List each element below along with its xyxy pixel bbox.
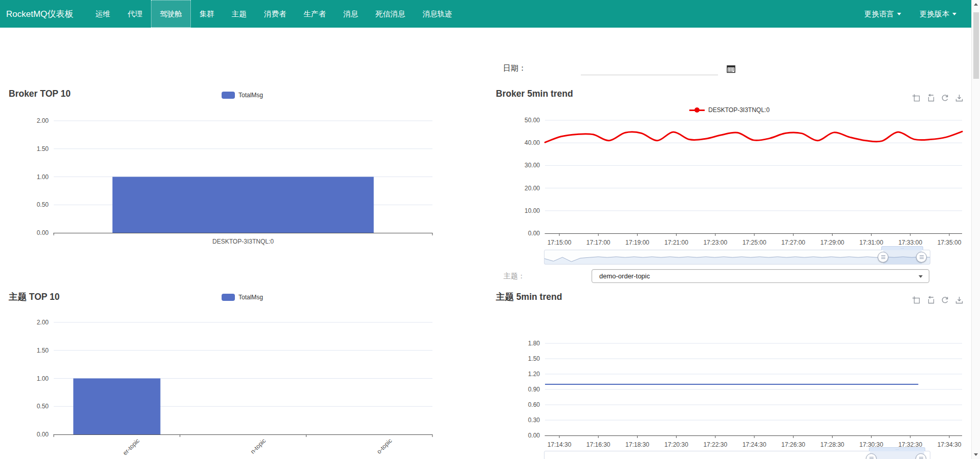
- nav-item-message[interactable]: 消息: [335, 0, 367, 28]
- svg-text:2.00: 2.00: [37, 319, 49, 326]
- svg-text:0.90: 0.90: [528, 386, 540, 393]
- datazoom-slider-topic[interactable]: ⋯: [544, 451, 930, 459]
- datazoom-window-tab[interactable]: ⋯: [869, 447, 925, 451]
- svg-text:17:33:00: 17:33:00: [898, 239, 922, 246]
- toolbox-broker-trend: [912, 94, 964, 102]
- scrollbar-thumb[interactable]: [973, 12, 979, 79]
- svg-text:17:14:30: 17:14:30: [548, 441, 572, 448]
- panel-title-topic-trend: 主题 5min trend: [496, 291, 562, 303]
- date-input[interactable]: [581, 63, 718, 75]
- download-icon[interactable]: [955, 94, 964, 102]
- panel-title-topic-top10: 主题 TOP 10: [9, 291, 60, 303]
- svg-text:17:35:00: 17:35:00: [938, 239, 962, 246]
- svg-text:17:28:30: 17:28:30: [820, 441, 844, 448]
- legend-broker-series[interactable]: DESKTOP-3I3TNQL:0: [689, 106, 770, 114]
- svg-text:DESKTOP-3I3TNQL:0: DESKTOP-3I3TNQL:0: [212, 238, 274, 245]
- area-zoom-icon[interactable]: [912, 94, 921, 102]
- calendar-icon[interactable]: [727, 64, 735, 75]
- svg-text:0.00: 0.00: [37, 229, 49, 236]
- svg-text:17:17:00: 17:17:00: [586, 239, 611, 246]
- svg-text:1.00: 1.00: [37, 375, 49, 382]
- scroll-down-icon[interactable]: [974, 453, 978, 456]
- svg-text:17:15:00: 17:15:00: [548, 239, 572, 246]
- app-brand[interactable]: RocketMQ仪表板: [6, 8, 73, 20]
- nav-item-producer[interactable]: 生产者: [295, 0, 335, 28]
- svg-text:n-topic: n-topic: [249, 437, 267, 455]
- topic-selected-value: demo-order-topic: [599, 272, 650, 280]
- nav-item-topic[interactable]: 主题: [223, 0, 255, 28]
- legend-label: TotalMsg: [238, 92, 263, 99]
- legend-label: DESKTOP-3I3TNQL:0: [708, 106, 770, 114]
- restore-zoom-icon[interactable]: [926, 296, 935, 304]
- nav-item-consumer[interactable]: 消费者: [255, 0, 295, 28]
- refresh-icon[interactable]: [941, 94, 949, 102]
- caret-down-icon: [897, 13, 901, 15]
- svg-text:0.50: 0.50: [37, 403, 49, 410]
- scroll-up-icon[interactable]: [974, 3, 978, 6]
- legend-totalmsg-broker[interactable]: TotalMsg: [222, 92, 263, 99]
- scrollbar[interactable]: [971, 0, 980, 459]
- refresh-icon[interactable]: [941, 296, 949, 304]
- svg-text:17:26:30: 17:26:30: [781, 441, 805, 448]
- svg-text:1.50: 1.50: [528, 355, 540, 362]
- toolbox-topic-trend: [912, 296, 964, 304]
- svg-text:30.00: 30.00: [525, 162, 540, 169]
- svg-text:1.80: 1.80: [528, 340, 540, 347]
- legend-totalmsg-topic[interactable]: TotalMsg: [222, 294, 263, 301]
- nav-item-message-trace[interactable]: 消息轨迹: [414, 0, 461, 28]
- area-zoom-icon[interactable]: [912, 296, 921, 304]
- svg-text:o-topic: o-topic: [375, 437, 393, 455]
- panel-title-broker-top10: Broker TOP 10: [9, 89, 71, 99]
- bar: [73, 379, 160, 435]
- nav-item-proxy[interactable]: 代理: [119, 0, 151, 28]
- svg-text:0.00: 0.00: [37, 431, 49, 438]
- bar: [113, 177, 374, 233]
- svg-text:17:18:30: 17:18:30: [625, 441, 649, 448]
- svg-text:17:16:30: 17:16:30: [586, 441, 611, 448]
- nav-item-dlq-message[interactable]: 死信消息: [367, 0, 414, 28]
- download-icon[interactable]: [955, 296, 964, 304]
- caret-down-icon: [919, 275, 923, 278]
- svg-text:0.60: 0.60: [528, 401, 540, 408]
- svg-text:0.30: 0.30: [528, 417, 540, 424]
- svg-text:17:20:30: 17:20:30: [664, 441, 688, 448]
- svg-text:1.50: 1.50: [37, 347, 49, 354]
- change-version-dropdown[interactable]: 更换版本: [920, 9, 956, 19]
- svg-text:1.20: 1.20: [528, 370, 540, 378]
- svg-text:17:24:30: 17:24:30: [743, 441, 767, 448]
- svg-text:1.50: 1.50: [37, 145, 49, 152]
- svg-text:2.00: 2.00: [37, 117, 49, 124]
- datazoom-left-handle[interactable]: [878, 252, 888, 263]
- svg-text:0.00: 0.00: [528, 432, 540, 439]
- svg-text:17:23:00: 17:23:00: [703, 239, 727, 246]
- svg-text:17:34:30: 17:34:30: [938, 441, 962, 448]
- svg-text:0.50: 0.50: [37, 201, 49, 208]
- svg-text:er-topic: er-topic: [121, 437, 141, 456]
- navbar: RocketMQ仪表板 运维 代理 驾驶舱 集群 主题 消费者 生产者 消息 死…: [0, 0, 980, 28]
- charts-canvas: 2.001.501.000.500.00DESKTOP-3I3TNQL:050.…: [0, 0, 980, 459]
- datazoom-right-handle[interactable]: [916, 453, 926, 459]
- panel-title-broker-trend: Broker 5min trend: [496, 89, 573, 99]
- change-language-dropdown[interactable]: 更换语言: [864, 9, 901, 19]
- nav-item-cluster[interactable]: 集群: [191, 0, 223, 28]
- svg-text:17:22:30: 17:22:30: [703, 441, 727, 448]
- svg-text:17:31:00: 17:31:00: [859, 239, 883, 246]
- legend-swatch-icon: [222, 92, 235, 99]
- nav-item-ops[interactable]: 运维: [86, 0, 119, 28]
- datazoom-slider-broker[interactable]: ⋯: [544, 250, 930, 265]
- date-label: 日期：: [503, 63, 526, 73]
- svg-text:20.00: 20.00: [525, 185, 540, 192]
- datazoom-window-tab[interactable]: ⋯: [881, 246, 923, 250]
- datazoom-minimap: [545, 250, 930, 264]
- broker-trend-line: [545, 132, 962, 142]
- svg-text:0.00: 0.00: [528, 230, 540, 237]
- datazoom-right-handle[interactable]: [916, 252, 927, 263]
- topic-select[interactable]: demo-order-topic: [592, 269, 929, 283]
- nav-item-dashboard[interactable]: 驾驶舱: [151, 0, 191, 28]
- svg-text:17:19:00: 17:19:00: [625, 239, 649, 246]
- svg-text:40.00: 40.00: [525, 139, 540, 146]
- restore-zoom-icon[interactable]: [926, 94, 935, 102]
- legend-line-marker-icon: [689, 106, 705, 114]
- svg-text:17:29:00: 17:29:00: [820, 239, 844, 246]
- navbar-right: 更换语言 更换版本: [864, 0, 956, 28]
